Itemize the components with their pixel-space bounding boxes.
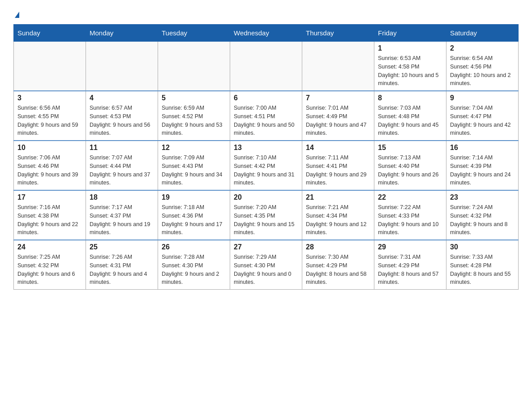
calendar-cell: 11Sunrise: 7:07 AM Sunset: 4:44 PM Dayli… — [86, 141, 158, 190]
day-info: Sunrise: 7:28 AM Sunset: 4:30 PM Dayligh… — [162, 253, 226, 287]
day-number: 9 — [450, 94, 515, 102]
calendar-cell: 12Sunrise: 7:09 AM Sunset: 4:43 PM Dayli… — [158, 141, 230, 190]
calendar-cell: 30Sunrise: 7:33 AM Sunset: 4:28 PM Dayli… — [446, 240, 519, 290]
calendar-cell: 10Sunrise: 7:06 AM Sunset: 4:46 PM Dayli… — [14, 141, 86, 190]
day-info: Sunrise: 7:21 AM Sunset: 4:34 PM Dayligh… — [306, 203, 370, 237]
weekday-header-tuesday: Tuesday — [158, 25, 230, 42]
weekday-header-saturday: Saturday — [446, 25, 519, 42]
calendar-cell: 15Sunrise: 7:13 AM Sunset: 4:40 PM Dayli… — [374, 141, 446, 190]
weekday-header-sunday: Sunday — [14, 25, 86, 42]
day-number: 5 — [162, 94, 226, 102]
logo-triangle-icon — [15, 12, 19, 18]
calendar-cell: 25Sunrise: 7:26 AM Sunset: 4:31 PM Dayli… — [86, 240, 158, 290]
day-info: Sunrise: 7:03 AM Sunset: 4:48 PM Dayligh… — [378, 104, 442, 137]
day-number: 29 — [378, 243, 442, 251]
calendar-cell: 5Sunrise: 6:59 AM Sunset: 4:52 PM Daylig… — [158, 91, 230, 141]
day-info: Sunrise: 7:18 AM Sunset: 4:36 PM Dayligh… — [162, 203, 226, 237]
day-info: Sunrise: 7:17 AM Sunset: 4:37 PM Dayligh… — [90, 203, 154, 237]
day-info: Sunrise: 7:06 AM Sunset: 4:46 PM Dayligh… — [17, 154, 82, 187]
calendar-cell: 23Sunrise: 7:24 AM Sunset: 4:32 PM Dayli… — [446, 190, 519, 240]
day-number: 14 — [306, 144, 370, 152]
day-number: 6 — [234, 94, 298, 102]
calendar-cell: 28Sunrise: 7:30 AM Sunset: 4:29 PM Dayli… — [302, 240, 374, 290]
day-number: 10 — [17, 144, 82, 152]
day-info: Sunrise: 7:16 AM Sunset: 4:38 PM Dayligh… — [17, 203, 82, 237]
calendar-table: SundayMondayTuesdayWednesdayThursdayFrid… — [13, 24, 519, 290]
day-number: 26 — [162, 243, 226, 251]
day-number: 27 — [234, 243, 298, 251]
day-number: 20 — [234, 193, 298, 201]
day-info: Sunrise: 7:29 AM Sunset: 4:30 PM Dayligh… — [234, 253, 298, 287]
calendar-cell: 14Sunrise: 7:11 AM Sunset: 4:41 PM Dayli… — [302, 141, 374, 190]
day-number: 23 — [450, 193, 515, 201]
calendar-cell: 8Sunrise: 7:03 AM Sunset: 4:48 PM Daylig… — [374, 91, 446, 141]
day-info: Sunrise: 7:10 AM Sunset: 4:42 PM Dayligh… — [234, 154, 298, 187]
day-info: Sunrise: 7:00 AM Sunset: 4:51 PM Dayligh… — [234, 104, 298, 137]
calendar-cell — [14, 42, 86, 91]
day-info: Sunrise: 7:33 AM Sunset: 4:28 PM Dayligh… — [450, 253, 515, 287]
day-number: 18 — [90, 193, 154, 201]
day-info: Sunrise: 7:31 AM Sunset: 4:29 PM Dayligh… — [378, 253, 442, 287]
calendar-cell: 26Sunrise: 7:28 AM Sunset: 4:30 PM Dayli… — [158, 240, 230, 290]
weekday-header-monday: Monday — [86, 25, 158, 42]
day-number: 8 — [378, 94, 442, 102]
calendar-cell: 7Sunrise: 7:01 AM Sunset: 4:49 PM Daylig… — [302, 91, 374, 141]
calendar-cell: 20Sunrise: 7:20 AM Sunset: 4:35 PM Dayli… — [230, 190, 302, 240]
day-number: 4 — [90, 94, 154, 102]
calendar-cell: 9Sunrise: 7:04 AM Sunset: 4:47 PM Daylig… — [446, 91, 519, 141]
logo — [13, 9, 19, 20]
calendar-week-2: 3Sunrise: 6:56 AM Sunset: 4:55 PM Daylig… — [14, 91, 519, 141]
calendar-cell: 13Sunrise: 7:10 AM Sunset: 4:42 PM Dayli… — [230, 141, 302, 190]
day-info: Sunrise: 6:57 AM Sunset: 4:53 PM Dayligh… — [90, 104, 154, 137]
calendar-week-1: 1Sunrise: 6:53 AM Sunset: 4:58 PM Daylig… — [14, 42, 519, 91]
calendar-cell: 27Sunrise: 7:29 AM Sunset: 4:30 PM Dayli… — [230, 240, 302, 290]
day-number: 2 — [450, 44, 515, 52]
calendar-week-5: 24Sunrise: 7:25 AM Sunset: 4:32 PM Dayli… — [14, 240, 519, 290]
day-number: 17 — [17, 193, 82, 201]
calendar-cell — [158, 42, 230, 91]
weekday-header-friday: Friday — [374, 25, 446, 42]
day-number: 16 — [450, 144, 515, 152]
calendar-cell: 18Sunrise: 7:17 AM Sunset: 4:37 PM Dayli… — [86, 190, 158, 240]
calendar-cell: 29Sunrise: 7:31 AM Sunset: 4:29 PM Dayli… — [374, 240, 446, 290]
day-info: Sunrise: 6:54 AM Sunset: 4:56 PM Dayligh… — [450, 54, 515, 88]
day-info: Sunrise: 6:56 AM Sunset: 4:55 PM Dayligh… — [17, 104, 82, 137]
day-info: Sunrise: 6:59 AM Sunset: 4:52 PM Dayligh… — [162, 104, 226, 137]
calendar-cell: 24Sunrise: 7:25 AM Sunset: 4:32 PM Dayli… — [14, 240, 86, 290]
day-number: 30 — [450, 243, 515, 251]
calendar-header: SundayMondayTuesdayWednesdayThursdayFrid… — [14, 25, 519, 42]
day-info: Sunrise: 7:07 AM Sunset: 4:44 PM Dayligh… — [90, 154, 154, 187]
calendar-cell: 4Sunrise: 6:57 AM Sunset: 4:53 PM Daylig… — [86, 91, 158, 141]
day-number: 19 — [162, 193, 226, 201]
calendar-cell: 17Sunrise: 7:16 AM Sunset: 4:38 PM Dayli… — [14, 190, 86, 240]
day-info: Sunrise: 7:01 AM Sunset: 4:49 PM Dayligh… — [306, 104, 370, 137]
day-number: 25 — [90, 243, 154, 251]
weekday-header-wednesday: Wednesday — [230, 25, 302, 42]
day-number: 15 — [378, 144, 442, 152]
day-info: Sunrise: 7:09 AM Sunset: 4:43 PM Dayligh… — [162, 154, 226, 187]
calendar-week-4: 17Sunrise: 7:16 AM Sunset: 4:38 PM Dayli… — [14, 190, 519, 240]
calendar-body: 1Sunrise: 6:53 AM Sunset: 4:58 PM Daylig… — [14, 42, 519, 290]
calendar-cell: 3Sunrise: 6:56 AM Sunset: 4:55 PM Daylig… — [14, 91, 86, 141]
header-row: SundayMondayTuesdayWednesdayThursdayFrid… — [14, 25, 519, 42]
day-number: 11 — [90, 144, 154, 152]
day-info: Sunrise: 6:53 AM Sunset: 4:58 PM Dayligh… — [378, 54, 442, 88]
calendar-cell: 21Sunrise: 7:21 AM Sunset: 4:34 PM Dayli… — [302, 190, 374, 240]
calendar-cell: 6Sunrise: 7:00 AM Sunset: 4:51 PM Daylig… — [230, 91, 302, 141]
day-info: Sunrise: 7:22 AM Sunset: 4:33 PM Dayligh… — [378, 203, 442, 237]
calendar-cell — [230, 42, 302, 91]
calendar-week-3: 10Sunrise: 7:06 AM Sunset: 4:46 PM Dayli… — [14, 141, 519, 190]
day-number: 12 — [162, 144, 226, 152]
calendar-cell: 16Sunrise: 7:14 AM Sunset: 4:39 PM Dayli… — [446, 141, 519, 190]
day-info: Sunrise: 7:24 AM Sunset: 4:32 PM Dayligh… — [450, 203, 515, 237]
day-number: 24 — [17, 243, 82, 251]
day-info: Sunrise: 7:11 AM Sunset: 4:41 PM Dayligh… — [306, 154, 370, 187]
day-info: Sunrise: 7:30 AM Sunset: 4:29 PM Dayligh… — [306, 253, 370, 287]
day-info: Sunrise: 7:04 AM Sunset: 4:47 PM Dayligh… — [450, 104, 515, 137]
calendar-cell: 19Sunrise: 7:18 AM Sunset: 4:36 PM Dayli… — [158, 190, 230, 240]
day-info: Sunrise: 7:20 AM Sunset: 4:35 PM Dayligh… — [234, 203, 298, 237]
day-number: 28 — [306, 243, 370, 251]
calendar-cell — [302, 42, 374, 91]
day-number: 7 — [306, 94, 370, 102]
calendar-cell: 1Sunrise: 6:53 AM Sunset: 4:58 PM Daylig… — [374, 42, 446, 91]
